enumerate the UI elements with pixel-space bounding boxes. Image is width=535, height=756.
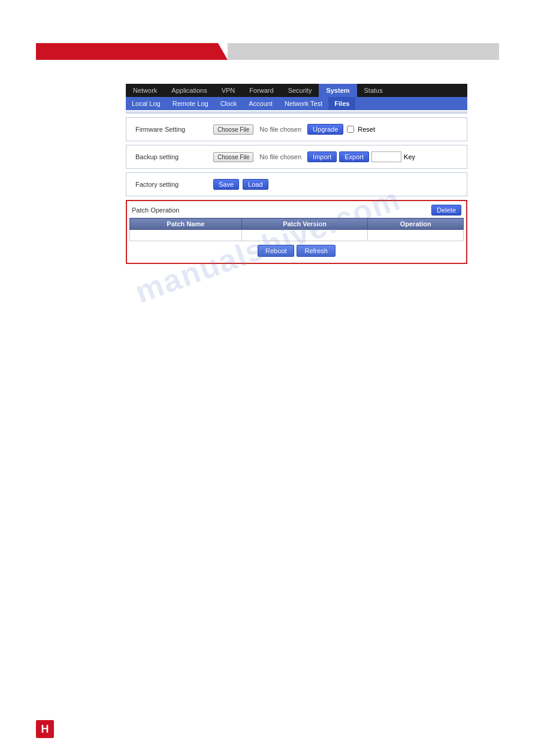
banner-red xyxy=(36,43,228,60)
factory-controls: Save Load xyxy=(213,179,458,190)
tab-security[interactable]: Security xyxy=(281,84,319,97)
bottom-buttons: Reboot Refresh xyxy=(129,245,464,257)
patch-table-body xyxy=(130,230,464,241)
patch-section: Patch Operation Delete Patch Name Patch … xyxy=(126,200,467,264)
patch-col-operation: Operation xyxy=(368,218,464,230)
refresh-button[interactable]: Refresh xyxy=(297,245,335,257)
patch-table: Patch Name Patch Version Operation xyxy=(129,218,464,241)
subtab-locallog[interactable]: Local Log xyxy=(126,97,167,110)
tab-status[interactable]: Status xyxy=(357,84,390,97)
firmware-choose-file-button[interactable]: Choose File xyxy=(213,125,253,135)
tab-system[interactable]: System xyxy=(319,84,356,97)
backup-section: Backup setting Choose File No file chose… xyxy=(126,145,467,169)
subtab-networktest[interactable]: Network Test xyxy=(279,97,328,110)
subtab-files[interactable]: Files xyxy=(328,97,355,110)
tab-vpn[interactable]: VPN xyxy=(214,84,243,97)
patch-delete-button[interactable]: Delete xyxy=(431,205,461,215)
banner-gray xyxy=(228,43,499,60)
separator-1 xyxy=(126,111,467,114)
backup-no-file-text: No file chosen xyxy=(259,153,301,160)
firmware-controls: Choose File No file chosen Upgrade Reset xyxy=(213,124,458,135)
backup-label: Backup setting xyxy=(135,153,213,160)
reboot-button[interactable]: Reboot xyxy=(258,245,294,257)
firmware-label: Firmware Setting xyxy=(135,126,213,133)
firmware-no-file-text: No file chosen xyxy=(259,126,301,133)
factory-section: Factory setting Save Load xyxy=(126,172,467,196)
subtab-account[interactable]: Account xyxy=(243,97,279,110)
logo-h-icon: H xyxy=(36,720,54,738)
subtab-remotelog[interactable]: Remote Log xyxy=(167,97,214,110)
backup-key-label: Key xyxy=(404,153,415,160)
bottom-logo: H xyxy=(36,720,54,738)
patch-title: Patch Operation xyxy=(132,207,180,214)
factory-label: Factory setting xyxy=(135,181,213,188)
tab-applications[interactable]: Applications xyxy=(164,84,214,97)
backup-export-button[interactable]: Export xyxy=(339,151,369,162)
subtab-clock[interactable]: Clock xyxy=(214,97,243,110)
patch-col-version: Patch Version xyxy=(241,218,368,230)
backup-key-input[interactable] xyxy=(371,151,401,162)
firmware-reset-checkbox[interactable] xyxy=(347,126,354,133)
factory-load-button[interactable]: Load xyxy=(243,179,268,190)
sub-nav: Local Log Remote Log Clock Account Netwo… xyxy=(126,97,467,110)
top-nav: Network Applications VPN Forward Securit… xyxy=(126,84,467,97)
patch-header: Patch Operation Delete xyxy=(129,204,464,217)
firmware-upgrade-button[interactable]: Upgrade xyxy=(307,124,343,135)
tab-network[interactable]: Network xyxy=(126,84,164,97)
backup-controls: Choose File No file chosen Import Export… xyxy=(213,151,458,162)
top-banner xyxy=(36,43,499,60)
patch-empty-row xyxy=(130,230,464,241)
factory-save-button[interactable]: Save xyxy=(213,179,239,190)
backup-choose-file-button[interactable]: Choose File xyxy=(213,152,253,162)
backup-import-button[interactable]: Import xyxy=(307,151,337,162)
tab-forward[interactable]: Forward xyxy=(242,84,280,97)
patch-col-name: Patch Name xyxy=(130,218,242,230)
firmware-section: Firmware Setting Choose File No file cho… xyxy=(126,117,467,141)
firmware-reset-label: Reset xyxy=(358,126,375,133)
main-content: Network Applications VPN Forward Securit… xyxy=(126,84,467,268)
